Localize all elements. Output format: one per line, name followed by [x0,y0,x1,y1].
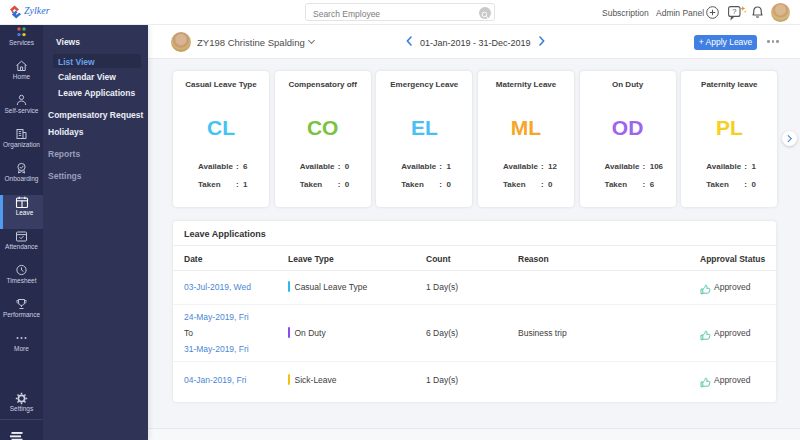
svg-text:?: ? [732,7,736,16]
